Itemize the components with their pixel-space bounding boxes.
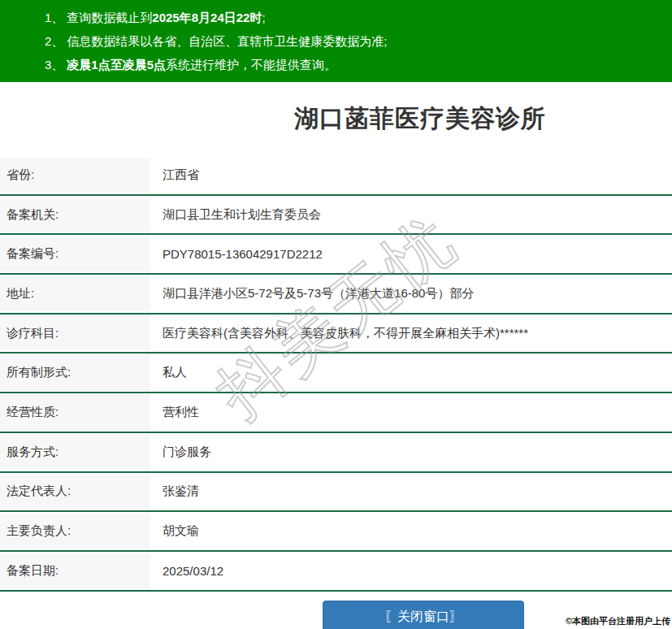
notice-line-2: 2、信息数据结果以各省、自治区、直辖市卫生健康委数据为准; xyxy=(45,29,664,53)
notice-text-bold: 2025年8月24日22时 xyxy=(152,11,262,24)
notice-text: 系统进行维护，不能提供查询。 xyxy=(166,58,336,72)
row-label: 主要负责人: xyxy=(0,514,150,549)
row-value: 2025/03/12 xyxy=(150,552,672,590)
row-filing-number: 备案编号: PDY78015-136042917D2212 xyxy=(0,235,672,275)
row-filing-authority: 备案机关: 湖口县卫生和计划生育委员会 xyxy=(0,196,672,236)
notice-line-3: 3、凌晨1点至凌晨5点系统进行维护，不能提供查询。 xyxy=(45,53,664,76)
row-value: PDY78015-136042917D2212 xyxy=(150,235,672,273)
notice-number: 2、 xyxy=(45,34,63,48)
row-label: 所有制形式: xyxy=(0,355,150,390)
row-value: 医疗美容科(含美容外科、美容皮肤科，不得开展全麻相关手术)****** xyxy=(150,314,672,353)
row-label: 备案编号: xyxy=(0,236,150,271)
notice-banner: 1、查询数据截止到2025年8月24日22时; 2、信息数据结果以各省、自治区、… xyxy=(0,0,672,82)
notice-number: 1、 xyxy=(45,11,63,24)
row-filing-date: 备案日期: 2025/03/12 xyxy=(0,552,672,592)
row-value: 湖口县卫生和计划生育委员会 xyxy=(150,196,672,234)
notice-number: 3、 xyxy=(45,58,63,72)
row-value: 湖口县洋港小区5-72号及5-73号（洋港大道16-80号）部分 xyxy=(150,275,672,313)
row-principal: 主要负责人: 胡文瑜 xyxy=(0,512,672,552)
notice-text: ; xyxy=(262,11,265,24)
notice-text: 信息数据结果以各省、自治区、直辖市卫生健康委数据为准; xyxy=(67,34,387,48)
row-value: 胡文瑜 xyxy=(150,512,672,550)
row-label: 经营性质: xyxy=(0,395,150,430)
row-service-mode: 服务方式: 门诊服务 xyxy=(0,433,672,473)
row-label: 法定代表人: xyxy=(0,475,150,510)
page-title: 湖口菡菲医疗美容诊所 xyxy=(294,102,546,136)
row-value: 江西省 xyxy=(150,156,672,194)
row-label: 省份: xyxy=(0,158,150,193)
row-province: 省份: 江西省 xyxy=(0,156,672,196)
row-label: 服务方式: xyxy=(0,435,150,470)
notice-line-1: 1、查询数据截止到2025年8月24日22时; xyxy=(45,6,664,29)
row-label: 备案日期: xyxy=(0,553,150,588)
notice-text: 查询数据截止到 xyxy=(67,11,152,24)
attribution-note: ©本图由平台注册用户上传 xyxy=(566,615,670,627)
title-area: 湖口菡菲医疗美容诊所 xyxy=(0,82,672,156)
row-value: 张鉴清 xyxy=(150,473,672,511)
row-legal-representative: 法定代表人: 张鉴清 xyxy=(0,473,672,513)
row-treatment-subjects: 诊疗科目: 医疗美容科(含美容外科、美容皮肤科，不得开展全麻相关手术)*****… xyxy=(0,314,672,354)
row-value: 私人 xyxy=(150,354,672,392)
row-label: 备案机关: xyxy=(0,197,150,232)
row-value: 门诊服务 xyxy=(150,433,672,471)
row-operation-nature: 经营性质: 营利性 xyxy=(0,393,672,433)
row-label: 诊疗科目: xyxy=(0,316,150,351)
close-window-button[interactable]: 〖关闭窗口〗 xyxy=(323,601,524,629)
row-ownership-form: 所有制形式: 私人 xyxy=(0,354,672,393)
info-table: 省份: 江西省 备案机关: 湖口县卫生和计划生育委员会 备案编号: PDY780… xyxy=(0,156,672,592)
notice-text-bold: 凌晨1点至凌晨5点 xyxy=(67,58,166,72)
row-value: 营利性 xyxy=(150,393,672,432)
row-label: 地址: xyxy=(0,276,150,311)
row-address: 地址: 湖口县洋港小区5-72号及5-73号（洋港大道16-80号）部分 xyxy=(0,275,672,314)
